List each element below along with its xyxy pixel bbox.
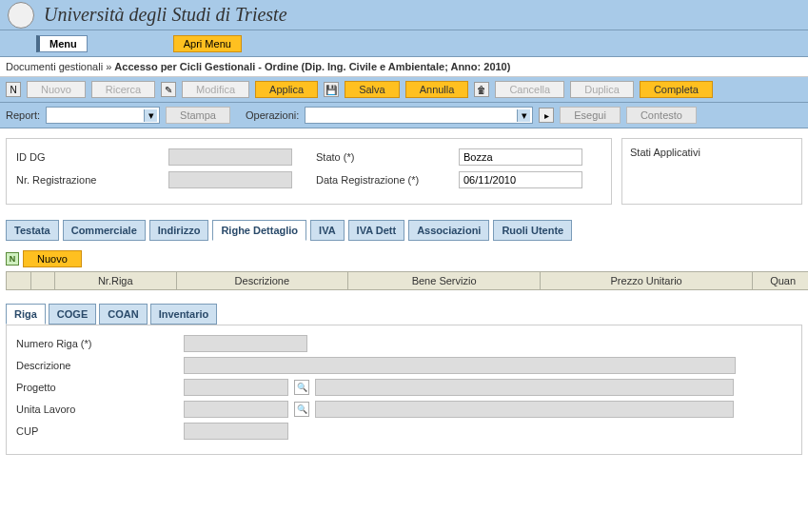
delete-button[interactable]: Cancella	[495, 81, 564, 98]
subtab-coge[interactable]: COGE	[49, 304, 96, 325]
stati-applicativi-label: Stati Applicativi	[630, 147, 794, 158]
breadcrumb: Documenti gestionali » Accesso per Cicli…	[0, 57, 808, 77]
chevron-down-icon: ▾	[517, 109, 530, 122]
nr-reg-label: Nr. Registrazione	[16, 174, 159, 186]
new-row-button[interactable]: Nuovo	[23, 250, 82, 267]
grid-col-prezzo: Prezzo Unitario	[541, 272, 753, 290]
edit-icon: ✎	[161, 82, 176, 97]
numero-riga-field[interactable]	[184, 335, 307, 352]
search-button[interactable]: Ricerca	[91, 81, 155, 98]
grid-col-bene-servizio: Bene Servizio	[348, 272, 541, 290]
page-title: Università degli Studi di Trieste	[44, 4, 287, 26]
descrizione-label: Descrizione	[16, 360, 178, 371]
tab-righe-dettaglio[interactable]: Righe Dettaglio	[212, 220, 306, 241]
stato-field[interactable]: Bozza	[459, 148, 582, 166]
tab-ruoli-utente[interactable]: Ruoli Utente	[493, 220, 572, 241]
open-menu-button[interactable]: Apri Menu	[173, 35, 242, 52]
progetto-label: Progetto	[16, 382, 178, 393]
cup-label: CUP	[16, 425, 178, 437]
tab-associazioni[interactable]: Associazioni	[408, 220, 489, 241]
tab-commerciale[interactable]: Commerciale	[63, 220, 146, 241]
tab-testata[interactable]: Testata	[6, 220, 59, 241]
report-select[interactable]: ▾	[46, 107, 160, 124]
menu-button[interactable]: Menu	[36, 35, 88, 52]
new-icon: N	[6, 82, 21, 97]
save-button[interactable]: Salva	[345, 81, 400, 98]
cancel-button[interactable]: Annulla	[405, 81, 469, 98]
subtab-riga[interactable]: Riga	[6, 304, 46, 325]
apply-button[interactable]: Applica	[255, 81, 318, 98]
progetto-lookup-icon[interactable]: 🔍	[294, 380, 309, 395]
operations-label: Operazioni:	[246, 109, 299, 121]
unita-lavoro-code-field[interactable]	[184, 401, 288, 418]
edit-button[interactable]: Modifica	[182, 81, 249, 98]
grid-col-descrizione: Descrizione	[176, 272, 348, 290]
data-reg-label: Data Registrazione (*)	[316, 174, 449, 186]
context-button[interactable]: Contesto	[626, 107, 697, 124]
numero-riga-label: Numero Riga (*)	[16, 338, 178, 349]
save-icon: 💾	[324, 82, 339, 97]
print-button[interactable]: Stampa	[166, 107, 230, 124]
descrizione-field[interactable]	[184, 357, 736, 374]
new-button[interactable]: Nuovo	[27, 81, 86, 98]
new-row-icon: N	[6, 252, 19, 266]
progetto-desc-field[interactable]	[315, 379, 734, 396]
duplicate-button[interactable]: Duplica	[570, 81, 634, 98]
id-dg-field	[168, 148, 292, 166]
unita-lavoro-lookup-icon[interactable]: 🔍	[294, 402, 309, 417]
grid-col-quantita: Quan	[753, 272, 808, 290]
delete-icon: 🗑	[474, 82, 489, 97]
tab-iva[interactable]: IVA	[310, 220, 345, 241]
cup-field[interactable]	[184, 423, 288, 440]
stato-label: Stato (*)	[316, 151, 449, 163]
unita-lavoro-label: Unita Lavoro	[16, 404, 178, 415]
complete-button[interactable]: Completa	[640, 81, 713, 98]
id-dg-label: ID DG	[16, 151, 159, 163]
tab-iva-dett[interactable]: IVA Dett	[348, 220, 405, 241]
university-logo	[8, 2, 34, 29]
subtab-coan[interactable]: COAN	[99, 304, 147, 325]
report-label: Report:	[6, 109, 40, 121]
grid-col-blank1	[7, 272, 31, 290]
subtab-inventario[interactable]: Inventario	[150, 304, 218, 325]
nr-reg-field	[168, 171, 292, 188]
progetto-code-field[interactable]	[184, 379, 288, 396]
data-reg-field[interactable]: 06/11/2010	[459, 171, 582, 188]
grid-col-nrriga: Nr.Riga	[55, 272, 177, 290]
chevron-down-icon: ▾	[144, 109, 157, 122]
operations-select[interactable]: ▾	[305, 107, 533, 124]
grid-col-blank2	[30, 272, 55, 290]
run-icon: ▸	[539, 108, 554, 123]
tab-indirizzo[interactable]: Indirizzo	[149, 220, 209, 241]
unita-lavoro-desc-field[interactable]	[315, 401, 734, 418]
run-button[interactable]: Esegui	[560, 107, 621, 124]
